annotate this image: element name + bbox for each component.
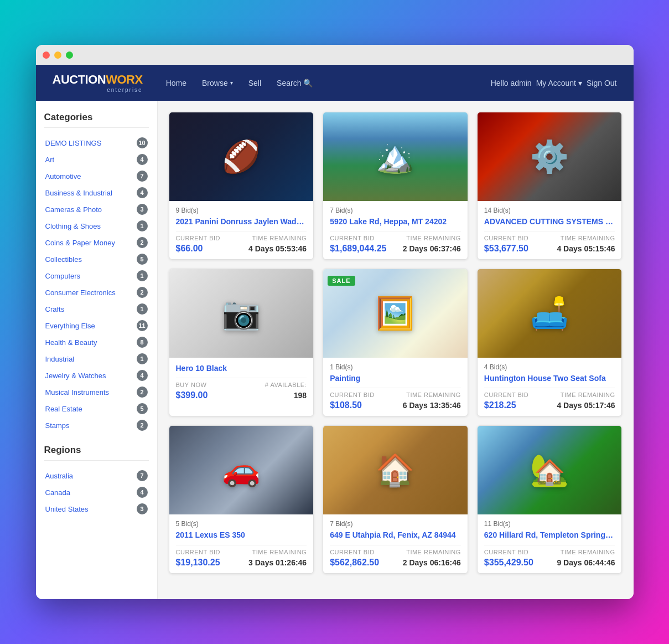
time-label-8: TIME REMAINING [406,549,461,555]
nav-sell[interactable]: Sell [242,74,268,92]
listing-footer-8: CURRENT BID TIME REMAINING [330,545,461,555]
category-badge: 4 [137,187,148,198]
category-item[interactable]: Coins & Paper Money 2 [44,234,149,251]
my-account-link[interactable]: My Account ▾ [536,79,582,87]
category-cameras-photo[interactable]: Cameras & Photo [45,205,102,214]
category-badge: 2 [137,387,148,398]
listing-card-8[interactable]: 🏠 7 Bid(s) 649 E Utahpia Rd, Fenix, AZ 8… [323,425,468,573]
listing-title-6: Huntington House Two Seat Sofa [484,373,615,383]
category-musical-instruments[interactable]: Musical Instruments [45,388,110,396]
category-item[interactable]: Real Estate 5 [44,400,149,417]
category-item[interactable]: Cameras & Photo 3 [44,201,149,218]
category-item[interactable]: Musical Instruments 2 [44,384,149,400]
logo[interactable]: AUCTIONWORX enterprise [53,73,143,93]
category-item[interactable]: Computers 1 [44,267,149,284]
car-icon: 🚗 [222,452,261,488]
listing-time-5: 6 Days 13:35:46 [403,401,461,410]
listing-card-4[interactable]: 📷 Hero 10 Black BUY NOW # AVAILABLE: $39… [169,269,314,416]
region-badge: 7 [137,470,148,481]
category-coins-paper-money[interactable]: Coins & Paper Money [45,239,115,247]
region-united-states[interactable]: United States [45,505,89,513]
listing-vals-2: $1,689,044.25 2 Days 06:37:46 [330,244,461,254]
region-item[interactable]: Australia 7 [44,467,149,484]
bid-label-1: CURRENT BID [176,235,220,241]
listing-title-2: 5920 Lake Rd, Heppa, MT 24202 [330,217,461,226]
trading-card-icon: 🏈 [222,138,261,175]
category-item[interactable]: Collectibles 5 [44,251,149,267]
listing-vals-7: $19,130.25 3 Days 01:26:46 [176,558,307,568]
category-crafts[interactable]: Crafts [45,305,65,313]
listing-card-7[interactable]: 🚗 5 Bid(s) 2011 Lexus ES 350 CURRENT BID… [169,425,314,573]
category-computers[interactable]: Computers [45,272,81,280]
category-consumer-electronics[interactable]: Consumer Electronics [45,288,116,297]
real-estate-icon: 🏔️ [376,138,414,175]
region-item[interactable]: United States 3 [44,501,149,517]
category-item[interactable]: Clothing & Shoes 1 [44,218,149,234]
browse-dropdown-icon: ▾ [230,80,233,86]
listing-vals-8: $562,862.50 2 Days 06:16:46 [330,558,461,568]
category-item[interactable]: Art 4 [44,151,149,168]
categories-list: DEMO LISTINGS 10 Art 4 Automotive 7 Busi… [44,135,149,434]
bid-label-8: CURRENT BID [330,549,374,555]
category-everything-else[interactable]: Everything Else [45,322,95,330]
listing-bids-3: 14 Bid(s) [484,207,615,214]
category-item[interactable]: Automotive 7 [44,168,149,184]
navbar: AUCTIONWORX enterprise Home Browse ▾ Sel… [36,65,634,101]
bid-label-2: CURRENT BID [330,235,374,241]
region-canada[interactable]: Canada [45,488,71,497]
nav-browse[interactable]: Browse ▾ [195,74,240,92]
listing-price-1: $66.00 [176,244,203,254]
nav-search[interactable]: Search 🔍 [270,74,319,92]
category-industrial[interactable]: Industrial [45,355,75,363]
logo-sub: enterprise [53,87,143,93]
maximize-button[interactable] [66,51,73,59]
close-button[interactable] [43,51,50,59]
region-australia[interactable]: Australia [45,472,74,480]
category-item[interactable]: Everything Else 11 [44,317,149,334]
category-item[interactable]: Health & Beauty 8 [44,334,149,351]
my-account-dropdown-icon: ▾ [578,79,582,87]
listing-vals-9: $355,429.50 9 Days 06:44:46 [484,558,615,568]
listing-vals-3: $53,677.50 4 Days 05:15:46 [484,244,615,254]
sign-out-link[interactable]: Sign Out [587,79,616,87]
nav-home[interactable]: Home [159,74,193,92]
house2-icon: 🏡 [530,452,569,488]
listing-footer-1: CURRENT BID TIME REMAINING [176,231,307,241]
category-item[interactable]: Stamps 2 [44,417,149,434]
listing-card-5[interactable]: 🖼️ SALE 1 Bid(s) Painting CURRENT BID TI… [323,269,468,416]
listing-bids-1: 9 Bid(s) [176,207,307,214]
minimize-button[interactable] [54,51,61,59]
listing-card-2[interactable]: 🏔️ 7 Bid(s) 5920 Lake Rd, Heppa, MT 2420… [323,112,468,260]
listing-card-6[interactable]: 🛋️ 4 Bid(s) Huntington House Two Seat So… [477,269,623,416]
listing-image-4: 📷 [169,269,314,358]
listings-area: 🏈 9 Bid(s) 2021 Panini Donruss Jaylen Wa… [158,101,634,599]
category-art[interactable]: Art [45,156,55,164]
category-demo-listings[interactable]: DEMO LISTINGS [45,139,102,147]
category-item[interactable]: DEMO LISTINGS 10 [44,135,149,151]
listing-card-3[interactable]: ⚙️ 14 Bid(s) ADVANCED CUTTING SYSTEMS - … [477,112,623,260]
listing-bids-5: 1 Bid(s) [330,363,461,371]
category-item[interactable]: Crafts 1 [44,301,149,317]
region-item[interactable]: Canada 4 [44,484,149,501]
category-collectibles[interactable]: Collectibles [45,255,82,264]
category-real-estate[interactable]: Real Estate [45,405,82,413]
listing-price-6: $218.25 [484,400,516,410]
category-health-beauty[interactable]: Health & Beauty [45,338,97,347]
search-icon: 🔍 [303,79,313,87]
listing-footer-7: CURRENT BID TIME REMAINING [176,545,307,555]
listing-time-6: 4 Days 05:17:46 [557,401,615,410]
main-content: Categories DEMO LISTINGS 10 Art 4 Automo… [36,101,634,599]
listing-vals-5: $108.50 6 Days 13:35:46 [330,400,461,410]
listing-card-1[interactable]: 🏈 9 Bid(s) 2021 Panini Donruss Jaylen Wa… [169,112,314,260]
category-item[interactable]: Industrial 1 [44,351,149,367]
category-automotive[interactable]: Automotive [45,172,81,181]
category-badge: 5 [137,403,148,414]
category-jewelry-watches[interactable]: Jewelry & Watches [45,372,106,380]
listing-card-9[interactable]: 🏡 11 Bid(s) 620 Hillard Rd, Templeton Sp… [477,425,623,573]
category-item[interactable]: Business & Industrial 4 [44,184,149,201]
category-item[interactable]: Jewelry & Watches 4 [44,367,149,384]
category-stamps[interactable]: Stamps [45,421,70,430]
category-clothing-shoes[interactable]: Clothing & Shoes [45,222,101,230]
category-item[interactable]: Consumer Electronics 2 [44,284,149,301]
category-business-industrial[interactable]: Business & Industrial [45,189,112,197]
